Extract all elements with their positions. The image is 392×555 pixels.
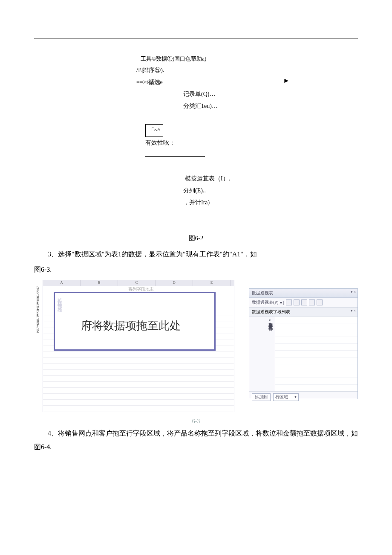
- menu-title-row: 工具©数据①)国口色帮助a): [141, 53, 298, 64]
- panel-title-3: 数据透视表字段列表 ▾ ×: [249, 308, 357, 317]
- panel-toolbar-label: 数据透视表(P): [252, 299, 278, 305]
- area-select[interactable]: 行区域 ▾: [273, 393, 299, 401]
- data-item-hint: 府将数据项拖至此处: [81, 318, 181, 333]
- col-b: B: [81, 280, 118, 286]
- figure-6-2-caption: 图6-2: [34, 234, 358, 242]
- toolbar-icon[interactable]: [294, 299, 300, 305]
- paragraph-3b: 图6-3.: [34, 263, 358, 276]
- menu-filter: ==>t循选e: [136, 76, 298, 88]
- add-to-button[interactable]: 添加到: [252, 393, 271, 401]
- col-d: D: [156, 280, 193, 286]
- pivot-field-list-panel: 数据透视表 ▾ × 数据透视表(P) ▾ | 数据透视表字段列表 ▾ × 单期自…: [249, 288, 358, 399]
- panel-close-icon[interactable]: ▾ ×: [351, 290, 356, 294]
- panel-sub-close-icon[interactable]: ▾ ×: [351, 308, 356, 313]
- menu-sort: /I\|排序⑤).: [136, 64, 298, 76]
- field-names: 单期自总价»户包日串产 数 客佛: [249, 317, 275, 391]
- panel-toolbar: 数据透视表(P) ▾ |: [249, 298, 357, 308]
- submenu-arrow-icon: ►: [283, 74, 290, 87]
- data-menu-illustration: 工具©数据①)国口色帮助a) /I\|排序⑤). ==>t循选e ► 记录单(Q…: [136, 53, 298, 209]
- col-a: A: [43, 280, 81, 286]
- panel-title-1: 数据透视表 ▾ ×: [249, 289, 357, 298]
- menu-validity-row: 「~^ 有效性吆：: [136, 112, 298, 173]
- paragraph-4: 4、将销售网点和客户拖至行字段区域，将产品名称拖至列字段区域，将数泣和金额拖至数…: [34, 427, 358, 454]
- toolbar-icon[interactable]: [286, 299, 292, 305]
- boxed-symbol: 「~^: [145, 124, 163, 137]
- figure-6-3: A B C D E 将列字段地主 2345678910nu131415nu171…: [34, 280, 358, 416]
- drop-column-hint: 将列字段地主: [128, 286, 154, 292]
- menu-subtotal: 分类汇1eu)…: [183, 100, 298, 112]
- col-c: C: [118, 280, 156, 286]
- figure-6-3-caption: 6-3: [34, 418, 358, 425]
- chevron-down-icon: ▾: [294, 394, 297, 400]
- paragraph-3a: 3、选择"数据区域"为表1的数据，显示位置为"现有工作表"的"A1"，如: [34, 247, 358, 261]
- col-e: E: [193, 280, 231, 286]
- validity-underline: [145, 156, 205, 157]
- menu-validity: 有效性吆：: [145, 139, 175, 146]
- column-headers: A B C D E: [43, 280, 234, 286]
- panel-footer: 添加到 行区域 ▾: [249, 391, 357, 403]
- menu-simtable: 模按运苴表（I）.: [185, 173, 298, 185]
- row-numbers: 2345678910nu131415nu171819w21M: [36, 286, 39, 333]
- field-grid: [275, 317, 357, 391]
- row-field-hint: 将行字段拖至此处: [55, 294, 63, 348]
- toolbar-icon[interactable]: [309, 299, 315, 305]
- toolbar-icon[interactable]: [317, 299, 323, 305]
- toolbar-icon[interactable]: [301, 299, 307, 305]
- menu-record: 记录单(Q)…: [183, 88, 298, 100]
- menu-texttocol: 分列(E)..: [183, 185, 298, 197]
- menu-calc: ，并计Ira): [183, 197, 298, 209]
